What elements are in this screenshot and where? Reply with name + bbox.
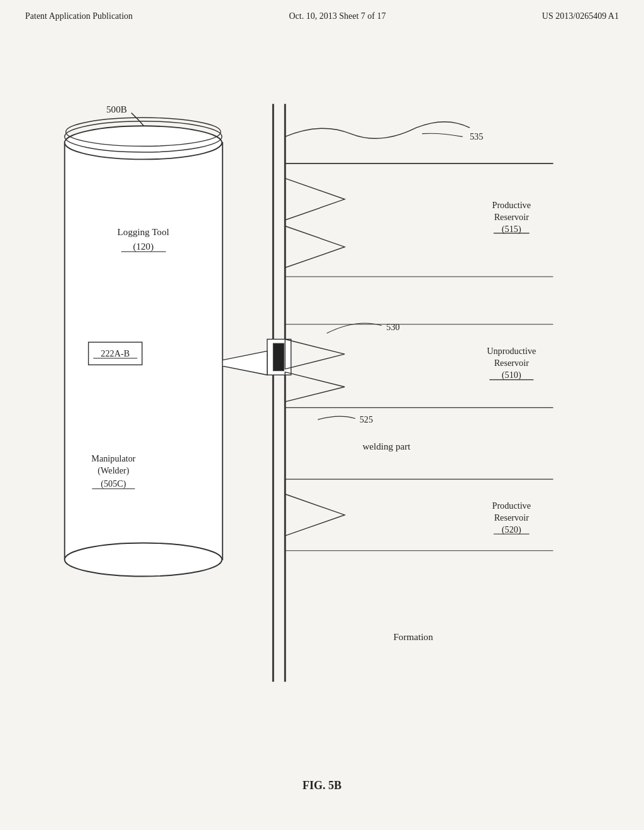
label-500B: 500B [106,104,127,114]
label-formation: Formation [393,631,433,642]
svg-text:Reservoir: Reservoir [494,212,529,222]
svg-line-0 [131,113,139,120]
header-right: US 2013/0265409 A1 [542,11,619,21]
svg-point-4 [65,126,222,159]
svg-text:(505C): (505C) [101,479,126,489]
svg-text:222A-B: 222A-B [101,348,130,358]
label-530: 530 [386,322,399,332]
svg-marker-28 [285,372,345,402]
label-logging-tool: Logging Tool [118,226,169,237]
label-productive-520: Productive [492,501,531,511]
page-header: Patent Application Publication Oct. 10, … [0,0,644,21]
svg-text:Reservoir: Reservoir [494,358,529,368]
label-manipulator: Manipulator [91,453,135,463]
svg-marker-19 [285,179,345,220]
svg-marker-27 [285,339,345,368]
svg-text:(Welder): (Welder) [97,465,129,476]
manipulator-arm [223,351,267,375]
svg-marker-20 [285,226,345,267]
svg-point-7 [65,543,222,576]
header-center: Oct. 10, 2013 Sheet 7 of 17 [289,11,386,21]
svg-marker-34 [285,494,345,536]
svg-text:(120): (120) [133,241,153,252]
svg-rect-25 [273,343,284,371]
label-535: 535 [470,131,483,141]
diagram-area: 500B Logging Tool (120) 222A-B Manipulat… [0,50,644,729]
label-unproductive-510: Unproductive [487,346,536,356]
figure-label: FIG. 5B [303,779,341,792]
label-welding-part: welding part [362,441,411,451]
label-525: 525 [360,414,373,424]
header-left: Patent Application Publication [25,11,133,21]
svg-text:(510): (510) [502,370,521,380]
label-productive-515: Productive [492,200,531,210]
svg-text:Reservoir: Reservoir [494,512,529,523]
